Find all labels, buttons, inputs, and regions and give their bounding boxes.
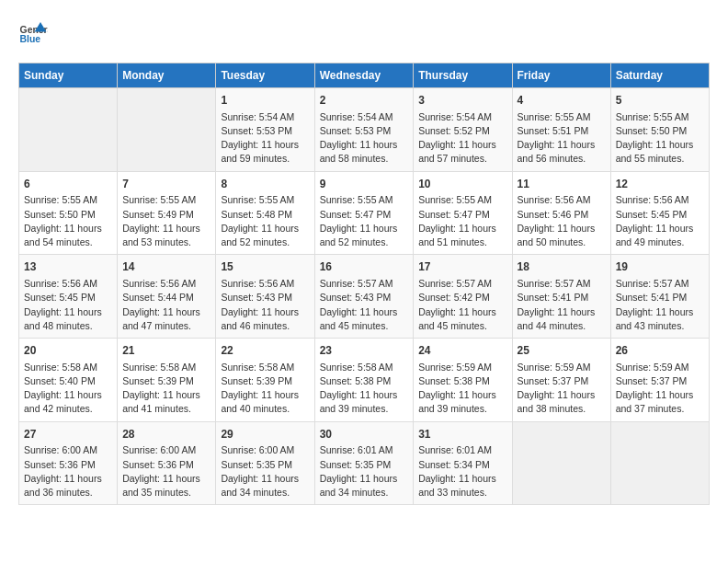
header-sunday: Sunday <box>19 63 118 88</box>
day-cell: 10Sunrise: 5:55 AM Sunset: 5:47 PM Dayli… <box>414 171 512 255</box>
day-number: 16 <box>320 259 409 275</box>
day-number: 13 <box>24 259 112 275</box>
day-info: Sunrise: 5:55 AM Sunset: 5:47 PM Dayligh… <box>320 193 409 249</box>
day-number: 3 <box>418 93 506 109</box>
day-number: 5 <box>616 93 704 109</box>
day-number: 1 <box>221 93 309 109</box>
day-number: 21 <box>122 343 210 359</box>
header-saturday: Saturday <box>610 63 709 88</box>
day-info: Sunrise: 5:55 AM Sunset: 5:50 PM Dayligh… <box>24 193 112 249</box>
day-cell: 1Sunrise: 5:54 AM Sunset: 5:53 PM Daylig… <box>216 88 314 172</box>
day-cell: 13Sunrise: 5:56 AM Sunset: 5:45 PM Dayli… <box>19 255 118 339</box>
day-cell: 25Sunrise: 5:59 AM Sunset: 5:37 PM Dayli… <box>512 339 610 422</box>
day-cell: 15Sunrise: 5:56 AM Sunset: 5:43 PM Dayli… <box>216 255 314 339</box>
day-number: 24 <box>418 343 506 359</box>
day-info: Sunrise: 5:57 AM Sunset: 5:41 PM Dayligh… <box>518 277 606 333</box>
day-cell: 22Sunrise: 5:58 AM Sunset: 5:39 PM Dayli… <box>216 339 314 422</box>
day-info: Sunrise: 5:58 AM Sunset: 5:40 PM Dayligh… <box>24 361 112 417</box>
day-cell: 20Sunrise: 5:58 AM Sunset: 5:40 PM Dayli… <box>19 339 118 422</box>
day-info: Sunrise: 5:58 AM Sunset: 5:39 PM Dayligh… <box>122 361 210 417</box>
day-number: 31 <box>418 427 506 442</box>
day-info: Sunrise: 5:54 AM Sunset: 5:53 PM Dayligh… <box>221 110 309 167</box>
day-number: 22 <box>221 343 309 359</box>
day-cell: 23Sunrise: 5:58 AM Sunset: 5:38 PM Dayli… <box>314 339 414 422</box>
header-monday: Monday <box>118 63 216 88</box>
day-cell: 5Sunrise: 5:55 AM Sunset: 5:50 PM Daylig… <box>610 88 709 172</box>
day-cell: 8Sunrise: 5:55 AM Sunset: 5:48 PM Daylig… <box>216 171 314 255</box>
day-number: 19 <box>616 259 704 275</box>
day-info: Sunrise: 5:55 AM Sunset: 5:50 PM Dayligh… <box>616 110 704 167</box>
day-number: 2 <box>320 93 409 109</box>
day-info: Sunrise: 5:57 AM Sunset: 5:42 PM Dayligh… <box>418 277 506 333</box>
day-number: 9 <box>320 177 409 192</box>
day-cell: 24Sunrise: 5:59 AM Sunset: 5:38 PM Dayli… <box>414 339 512 422</box>
day-number: 7 <box>122 177 210 192</box>
week-row-4: 20Sunrise: 5:58 AM Sunset: 5:40 PM Dayli… <box>19 339 710 422</box>
day-number: 4 <box>518 93 606 109</box>
day-info: Sunrise: 6:01 AM Sunset: 5:35 PM Dayligh… <box>320 443 409 500</box>
page-header: General Blue <box>18 18 710 48</box>
day-number: 30 <box>320 427 409 442</box>
day-number: 11 <box>518 177 606 192</box>
day-info: Sunrise: 5:54 AM Sunset: 5:53 PM Dayligh… <box>320 110 409 167</box>
day-info: Sunrise: 5:56 AM Sunset: 5:44 PM Dayligh… <box>122 277 210 333</box>
day-info: Sunrise: 6:00 AM Sunset: 5:36 PM Dayligh… <box>122 443 210 500</box>
calendar-header-row: SundayMondayTuesdayWednesdayThursdayFrid… <box>19 63 710 88</box>
day-info: Sunrise: 5:56 AM Sunset: 5:43 PM Dayligh… <box>221 277 309 333</box>
header-wednesday: Wednesday <box>314 63 414 88</box>
day-number: 23 <box>320 343 409 359</box>
day-info: Sunrise: 6:01 AM Sunset: 5:34 PM Dayligh… <box>418 443 506 500</box>
day-info: Sunrise: 6:00 AM Sunset: 5:36 PM Dayligh… <box>24 443 112 500</box>
svg-text:Blue: Blue <box>20 34 41 44</box>
day-cell: 17Sunrise: 5:57 AM Sunset: 5:42 PM Dayli… <box>414 255 512 339</box>
day-number: 27 <box>24 427 112 442</box>
day-cell: 3Sunrise: 5:54 AM Sunset: 5:52 PM Daylig… <box>414 88 512 172</box>
day-cell: 26Sunrise: 5:59 AM Sunset: 5:37 PM Dayli… <box>610 339 709 422</box>
day-cell: 30Sunrise: 6:01 AM Sunset: 5:35 PM Dayli… <box>314 421 414 505</box>
header-tuesday: Tuesday <box>216 63 314 88</box>
day-number: 15 <box>221 259 309 275</box>
day-number: 20 <box>24 343 112 359</box>
day-number: 18 <box>518 259 606 275</box>
logo: General Blue <box>18 18 48 48</box>
day-cell: 29Sunrise: 6:00 AM Sunset: 5:35 PM Dayli… <box>216 421 314 505</box>
day-cell: 11Sunrise: 5:56 AM Sunset: 5:46 PM Dayli… <box>512 171 610 255</box>
day-number: 29 <box>221 427 309 442</box>
day-cell: 18Sunrise: 5:57 AM Sunset: 5:41 PM Dayli… <box>512 255 610 339</box>
day-number: 25 <box>518 343 606 359</box>
header-friday: Friday <box>512 63 610 88</box>
day-cell: 12Sunrise: 5:56 AM Sunset: 5:45 PM Dayli… <box>610 171 709 255</box>
day-info: Sunrise: 5:54 AM Sunset: 5:52 PM Dayligh… <box>418 110 506 167</box>
day-cell: 7Sunrise: 5:55 AM Sunset: 5:49 PM Daylig… <box>118 171 216 255</box>
week-row-3: 13Sunrise: 5:56 AM Sunset: 5:45 PM Dayli… <box>19 255 710 339</box>
day-info: Sunrise: 5:55 AM Sunset: 5:49 PM Dayligh… <box>122 193 210 249</box>
day-info: Sunrise: 5:55 AM Sunset: 5:48 PM Dayligh… <box>221 193 309 249</box>
day-number: 14 <box>122 259 210 275</box>
day-number: 26 <box>616 343 704 359</box>
day-info: Sunrise: 5:59 AM Sunset: 5:37 PM Dayligh… <box>518 361 606 417</box>
day-number: 8 <box>221 177 309 192</box>
day-cell: 9Sunrise: 5:55 AM Sunset: 5:47 PM Daylig… <box>314 171 414 255</box>
day-cell: 31Sunrise: 6:01 AM Sunset: 5:34 PM Dayli… <box>414 421 512 505</box>
week-row-5: 27Sunrise: 6:00 AM Sunset: 5:36 PM Dayli… <box>19 421 710 505</box>
day-info: Sunrise: 5:55 AM Sunset: 5:47 PM Dayligh… <box>418 193 506 249</box>
day-cell <box>19 88 118 172</box>
day-number: 28 <box>122 427 210 442</box>
day-info: Sunrise: 5:56 AM Sunset: 5:46 PM Dayligh… <box>518 193 606 249</box>
day-cell: 28Sunrise: 6:00 AM Sunset: 5:36 PM Dayli… <box>118 421 216 505</box>
day-info: Sunrise: 5:58 AM Sunset: 5:38 PM Dayligh… <box>320 361 409 417</box>
day-number: 6 <box>24 177 112 192</box>
day-info: Sunrise: 5:57 AM Sunset: 5:43 PM Dayligh… <box>320 277 409 333</box>
day-cell: 4Sunrise: 5:55 AM Sunset: 5:51 PM Daylig… <box>512 88 610 172</box>
day-cell: 27Sunrise: 6:00 AM Sunset: 5:36 PM Dayli… <box>19 421 118 505</box>
day-info: Sunrise: 6:00 AM Sunset: 5:35 PM Dayligh… <box>221 443 309 500</box>
calendar-table: SundayMondayTuesdayWednesdayThursdayFrid… <box>18 63 710 505</box>
day-number: 10 <box>418 177 506 192</box>
day-info: Sunrise: 5:56 AM Sunset: 5:45 PM Dayligh… <box>616 193 704 249</box>
day-info: Sunrise: 5:58 AM Sunset: 5:39 PM Dayligh… <box>221 361 309 417</box>
day-info: Sunrise: 5:55 AM Sunset: 5:51 PM Dayligh… <box>518 110 606 167</box>
day-cell <box>118 88 216 172</box>
day-cell: 21Sunrise: 5:58 AM Sunset: 5:39 PM Dayli… <box>118 339 216 422</box>
day-cell <box>610 421 709 505</box>
day-info: Sunrise: 5:59 AM Sunset: 5:38 PM Dayligh… <box>418 361 506 417</box>
